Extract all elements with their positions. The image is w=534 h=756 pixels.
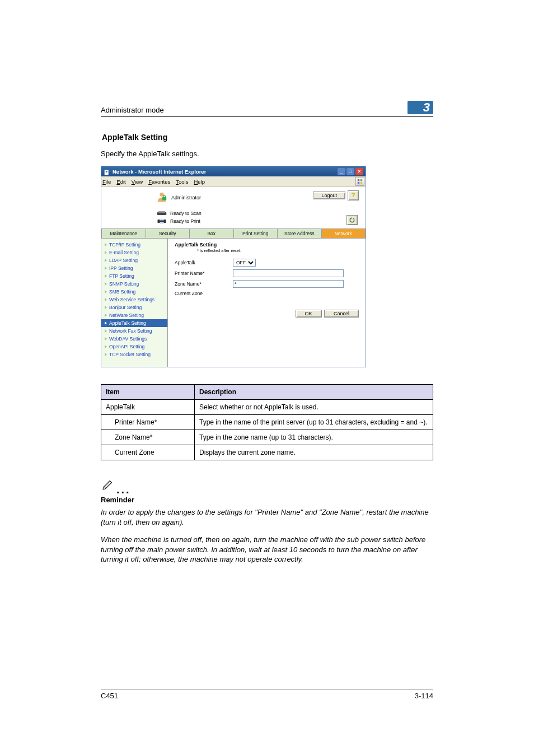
- field-current-zone-label: Current Zone: [175, 291, 233, 296]
- sidebar-item-ldap[interactable]: LDAP Setting: [101, 256, 167, 264]
- zone-name-input[interactable]: [233, 280, 344, 288]
- footer-model: C451: [101, 692, 118, 700]
- settings-panel: AppleTalk Setting * is reflected after r…: [168, 239, 366, 367]
- sidebar-item-snmp[interactable]: SNMP Setting: [101, 280, 167, 288]
- reminder-text-2: When the machine is turned off, then on …: [101, 535, 433, 564]
- sidebar-item-ftp[interactable]: FTP Setting: [101, 272, 167, 280]
- sidebar-item-label: WebDAV Settings: [109, 336, 147, 342]
- sidebar-item-openapi[interactable]: OpenAPI Setting: [101, 343, 167, 351]
- printer-name-input[interactable]: [233, 269, 344, 277]
- field-printer-name-label: Printer Name*: [175, 270, 233, 276]
- logout-button[interactable]: Logout: [313, 192, 345, 199]
- chapter-number-badge: 3: [407, 101, 433, 114]
- ok-button[interactable]: OK: [296, 310, 322, 318]
- sidebar-item-label: NetWare Setting: [109, 312, 144, 318]
- reminder-text-1: In order to apply the changes to the set…: [101, 507, 433, 527]
- ie-page-icon: [104, 168, 110, 175]
- svg-rect-3: [360, 179, 362, 181]
- svg-rect-10: [158, 211, 165, 213]
- table-head-description: Description: [195, 385, 433, 400]
- sidebar-item-netware[interactable]: NetWare Setting: [101, 311, 167, 319]
- svg-rect-13: [160, 222, 164, 224]
- sidebar-item-ipp[interactable]: IPP Setting: [101, 264, 167, 272]
- maximize-icon[interactable]: □: [346, 168, 354, 175]
- tab-store-address[interactable]: Store Address: [277, 228, 321, 239]
- section-intro: Specify the AppleTalk settings.: [101, 150, 433, 158]
- sidebar-item-label: E-mail Setting: [109, 250, 139, 255]
- tab-maintenance[interactable]: Maintenance: [101, 228, 146, 239]
- status-scan-label: Ready to Scan: [170, 211, 202, 216]
- table-row: AppleTalk Select whether or not AppleTal…: [101, 400, 433, 415]
- sidebar-item-webdav[interactable]: WebDAV Settings: [101, 335, 167, 343]
- sidebar-item-bonjour[interactable]: Bonjour Setting: [101, 304, 167, 311]
- scanner-icon: [157, 210, 167, 217]
- menu-tools[interactable]: Tools: [176, 179, 188, 185]
- sidebar-item-tcpsocket[interactable]: TCP Socket Setting: [101, 351, 167, 358]
- svg-rect-2: [358, 179, 359, 181]
- sidebar-item-label: FTP Setting: [109, 273, 134, 279]
- tab-print-setting[interactable]: Print Setting: [233, 228, 278, 239]
- footer-divider: [101, 689, 433, 689]
- sidebar-item-label: TCP/IP Setting: [109, 242, 140, 248]
- table-cell-desc: Type in the name of the print server (up…: [195, 415, 433, 430]
- status-print-label: Ready to Print: [170, 218, 200, 224]
- sidebar-item-label: IPP Setting: [109, 265, 133, 271]
- header-divider: [101, 116, 433, 117]
- sidebar-item-appletalk[interactable]: AppleTalk Setting: [101, 319, 167, 327]
- svg-rect-12: [160, 219, 164, 221]
- administrator-icon: [156, 190, 168, 205]
- section-title: AppleTalk Setting: [102, 133, 433, 142]
- menu-help[interactable]: Help: [194, 179, 205, 185]
- sidebar-item-label: AppleTalk Setting: [109, 320, 146, 326]
- window-title: Network - Microsoft Internet Explorer: [113, 169, 338, 175]
- table-cell-item: AppleTalk: [101, 400, 195, 415]
- appletalk-select[interactable]: OFF: [233, 259, 256, 267]
- administrator-label: Administrator: [171, 195, 201, 200]
- table-cell-desc: Select whether or not AppleTalk is used.: [195, 400, 433, 415]
- table-cell-item: Current Zone: [106, 449, 154, 456]
- sidebar-item-label: LDAP Setting: [109, 258, 138, 263]
- menu-edit[interactable]: Edit: [116, 179, 125, 185]
- menu-favorites[interactable]: Favorites: [148, 179, 170, 185]
- sidebar-item-label: TCP Socket Setting: [109, 352, 151, 357]
- printer-icon: [157, 218, 167, 225]
- panel-note: * is reflected after reset.: [197, 248, 359, 253]
- page-header-title: Administrator mode: [101, 106, 164, 114]
- menu-bar: File Edit View Favorites Tools Help: [101, 176, 366, 187]
- svg-rect-4: [358, 182, 359, 184]
- table-cell-item: Zone Name*: [106, 433, 152, 441]
- table-cell-desc: Type in the zone name (up to 31 characte…: [195, 430, 433, 445]
- sidebar-item-webservice[interactable]: Web Service Settings: [101, 296, 167, 304]
- svg-rect-8: [163, 195, 166, 198]
- cancel-button[interactable]: Cancel: [324, 310, 359, 318]
- table-cell-desc: Displays the current zone name.: [195, 445, 433, 460]
- field-appletalk-label: AppleTalk: [175, 260, 233, 265]
- pencil-icon: [101, 477, 115, 493]
- sidebar-item-label: OpenAPI Setting: [109, 344, 144, 349]
- minimize-icon[interactable]: _: [338, 168, 345, 175]
- table-row: Printer Name* Type in the name of the pr…: [101, 415, 433, 430]
- menu-file[interactable]: File: [102, 179, 111, 185]
- close-icon[interactable]: ×: [355, 168, 363, 175]
- tab-security[interactable]: Security: [146, 228, 190, 239]
- help-icon[interactable]: ?: [348, 190, 359, 200]
- sidebar-item-email[interactable]: E-mail Setting: [101, 249, 167, 256]
- reminder-label: Reminder: [101, 496, 433, 504]
- sidebar-item-label: SNMP Setting: [109, 281, 139, 287]
- sidebar-item-tcpip[interactable]: TCP/IP Setting: [101, 241, 167, 249]
- tab-network[interactable]: Network: [321, 228, 366, 239]
- field-zone-name-label: Zone Name*: [175, 281, 233, 287]
- menu-view[interactable]: View: [132, 179, 143, 185]
- sidebar-item-label: Bonjour Setting: [109, 305, 142, 310]
- sidebar-item-label: SMB Setting: [109, 289, 135, 295]
- spec-table: Item Description AppleTalk Select whethe…: [101, 384, 433, 460]
- table-row: Zone Name* Type in the zone name (up to …: [101, 430, 433, 445]
- sidebar-item-networkfax[interactable]: Network Fax Setting: [101, 327, 167, 335]
- sidebar-item-smb[interactable]: SMB Setting: [101, 288, 167, 296]
- tab-box[interactable]: Box: [189, 228, 233, 239]
- table-row: Current Zone Displays the current zone n…: [101, 445, 433, 460]
- sidebar-item-label: Web Service Settings: [109, 297, 154, 302]
- refresh-icon[interactable]: [346, 215, 358, 225]
- screenshot-window: Network - Microsoft Internet Explorer _ …: [101, 166, 366, 367]
- svg-rect-5: [360, 182, 362, 184]
